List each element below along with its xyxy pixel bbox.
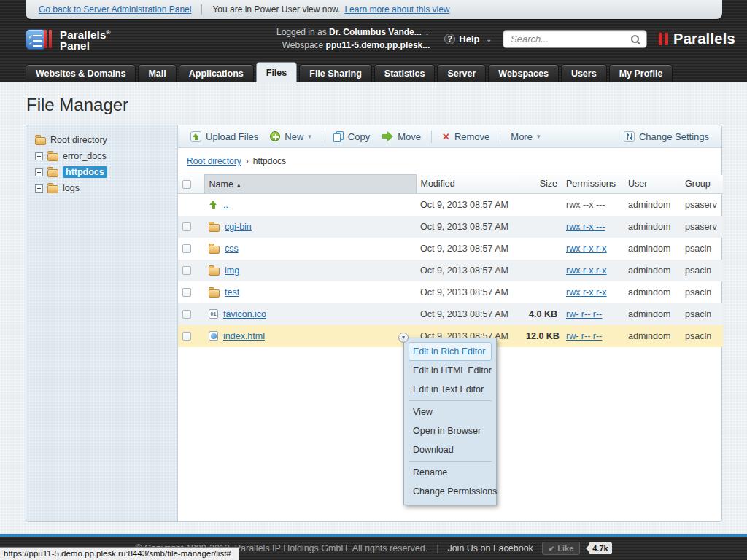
logged-in-user[interactable]: Logged in as Dr. Columbus Vande...⌄ xyxy=(276,26,430,39)
file-name-link[interactable]: index.html xyxy=(223,331,265,341)
size-cell: 12.0 KB xyxy=(522,325,562,347)
permissions-link[interactable]: rwx r-x r-x xyxy=(566,244,607,254)
modified-cell: Oct 9, 2013 08:57 AM xyxy=(416,303,522,325)
tab-server[interactable]: Server xyxy=(437,64,486,82)
size-cell xyxy=(522,281,562,303)
expand-plus-icon[interactable] xyxy=(35,152,43,160)
menu-item-rename[interactable]: Rename xyxy=(409,463,492,482)
breadcrumb-root-link[interactable]: Root directory xyxy=(187,156,241,166)
facebook-like-button[interactable]: ✔ Like xyxy=(542,542,580,555)
select-all-checkbox[interactable] xyxy=(182,180,191,189)
chevron-down-icon: ⌄ xyxy=(425,29,430,36)
permissions-link[interactable]: rw- r-- r-- xyxy=(566,309,602,319)
tree-item-logs[interactable]: logs xyxy=(35,180,171,196)
file-name-link[interactable]: test xyxy=(225,287,239,298)
sort-ascending-icon xyxy=(233,179,241,190)
tab-file-sharing[interactable]: File Sharing xyxy=(299,64,372,82)
folder-icon xyxy=(35,137,46,145)
table-row-img: imgOct 9, 2013 08:57 AMrwx r-x r-xadmind… xyxy=(178,260,723,281)
new-plus-icon xyxy=(270,131,280,141)
expand-plus-icon[interactable] xyxy=(35,184,43,192)
row-checkbox[interactable] xyxy=(182,288,191,297)
permissions-link[interactable]: rw- r-- r-- xyxy=(566,331,602,341)
tree-item-label: Root directory xyxy=(50,135,107,145)
menu-item-download[interactable]: Download xyxy=(409,440,492,459)
help-menu[interactable]: Help ⌄ xyxy=(444,34,492,44)
tab-webspaces[interactable]: Webspaces xyxy=(488,64,559,82)
permissions-link[interactable]: rwx r-x r-x xyxy=(566,265,607,276)
table-header-row: Name Modified Size Permissions User Grou… xyxy=(178,175,723,194)
back-to-admin-panel-link[interactable]: Go back to Server Administration Panel xyxy=(39,4,191,15)
folder-icon xyxy=(209,268,220,276)
modified-cell: Oct 9, 2013 08:57 AM xyxy=(416,194,522,216)
permissions-link[interactable]: rwx r-x --- xyxy=(566,222,605,232)
menu-item-edit-in-text-editor[interactable]: Edit in Text Editor xyxy=(409,380,492,399)
column-header-group[interactable]: Group xyxy=(681,175,723,194)
tree-item-error-docs[interactable]: error_docs xyxy=(35,148,171,164)
group-cell: psacln xyxy=(681,325,723,347)
table-row-test: testOct 9, 2013 08:57 AMrwx r-x r-xadmin… xyxy=(178,281,723,303)
facebook-link[interactable]: Join Us on Facebook xyxy=(447,543,533,553)
tab-websites-domains[interactable]: Websites & Domains xyxy=(26,64,136,82)
parallels-panel-logo-text: Parallels® Panel xyxy=(60,27,111,51)
upload-files-button[interactable]: Upload Files xyxy=(185,128,263,145)
file-name-link[interactable]: img xyxy=(225,265,239,276)
menu-item-edit-in-rich-editor[interactable]: Edit in Rich Editor xyxy=(409,342,492,361)
tab-mail[interactable]: Mail xyxy=(138,64,176,82)
change-settings-button[interactable]: Change Settings xyxy=(619,128,714,145)
row-actions-toggle[interactable] xyxy=(398,332,409,343)
directory-tree: Root directory error_docshttpdocslogs xyxy=(26,125,178,521)
row-checkbox[interactable] xyxy=(182,310,191,319)
menu-item-view[interactable]: View xyxy=(409,402,492,421)
search-box xyxy=(503,30,647,48)
remove-button[interactable]: Remove xyxy=(437,128,495,145)
row-checkbox[interactable] xyxy=(182,266,191,275)
menu-item-open-in-browser[interactable]: Open in Browser xyxy=(409,421,492,440)
tab-my-profile[interactable]: My Profile xyxy=(609,64,673,82)
upload-icon xyxy=(190,131,201,142)
more-button[interactable]: More ▾ xyxy=(506,128,545,145)
page-title: File Manager xyxy=(26,82,722,125)
tab-statistics[interactable]: Statistics xyxy=(374,64,436,82)
permissions-cell: rwx r-x --- xyxy=(562,216,624,238)
expand-plus-icon[interactable] xyxy=(35,168,43,176)
chevron-down-icon: ▾ xyxy=(308,133,311,140)
user-cell: admindom xyxy=(624,303,681,325)
search-input[interactable] xyxy=(509,33,630,45)
menu-group: RenameChange Permissions xyxy=(409,461,492,502)
file-name-link[interactable]: cgi-bin xyxy=(225,222,252,232)
divider xyxy=(500,131,500,143)
column-header-size[interactable]: Size xyxy=(522,175,562,194)
search-icon[interactable] xyxy=(630,34,640,44)
menu-item-edit-in-html-editor[interactable]: Edit in HTML Editor xyxy=(409,361,492,380)
tab-applications[interactable]: Applications xyxy=(179,64,254,82)
settings-sliders-icon xyxy=(624,131,635,142)
group-cell: psacln xyxy=(681,238,723,260)
permissions-link[interactable]: rwx r-x r-x xyxy=(566,287,607,298)
column-header-name[interactable]: Name xyxy=(204,175,416,194)
row-checkbox[interactable] xyxy=(182,244,191,253)
copy-button[interactable]: Copy xyxy=(328,128,375,145)
table-row-favicon-ico: favicon.icoOct 9, 2013 08:57 AM4.0 KBrw-… xyxy=(178,303,723,325)
parallels-panel-logo[interactable]: Parallels® Panel xyxy=(26,27,111,51)
tab-users[interactable]: Users xyxy=(561,64,607,82)
column-header-user[interactable]: User xyxy=(624,175,681,194)
tab-files[interactable]: Files xyxy=(256,62,298,82)
page-content: File Manager Root directory error_docsht… xyxy=(0,82,747,534)
tree-item-httpdocs[interactable]: httpdocs xyxy=(35,164,171,180)
column-header-permissions[interactable]: Permissions xyxy=(562,175,624,194)
view-switch-bar-inner: Go back to Server Administration Panel Y… xyxy=(26,0,722,19)
learn-more-link[interactable]: Learn more about this view xyxy=(344,4,449,15)
file-name-link[interactable]: favicon.ico xyxy=(223,309,266,319)
menu-item-change-permissions[interactable]: Change Permissions xyxy=(409,482,492,501)
row-checkbox[interactable] xyxy=(182,332,191,341)
move-button[interactable]: Move xyxy=(376,128,426,145)
user-cell: admindom xyxy=(624,238,681,260)
row-checkbox[interactable] xyxy=(182,222,191,231)
tree-item-root-directory[interactable]: Root directory xyxy=(35,132,171,148)
new-button[interactable]: New ▾ xyxy=(265,128,317,145)
folder-icon xyxy=(47,153,58,161)
file-name-link[interactable]: .. xyxy=(223,200,228,210)
file-name-link[interactable]: css xyxy=(225,244,239,254)
column-header-modified[interactable]: Modified xyxy=(416,175,522,194)
